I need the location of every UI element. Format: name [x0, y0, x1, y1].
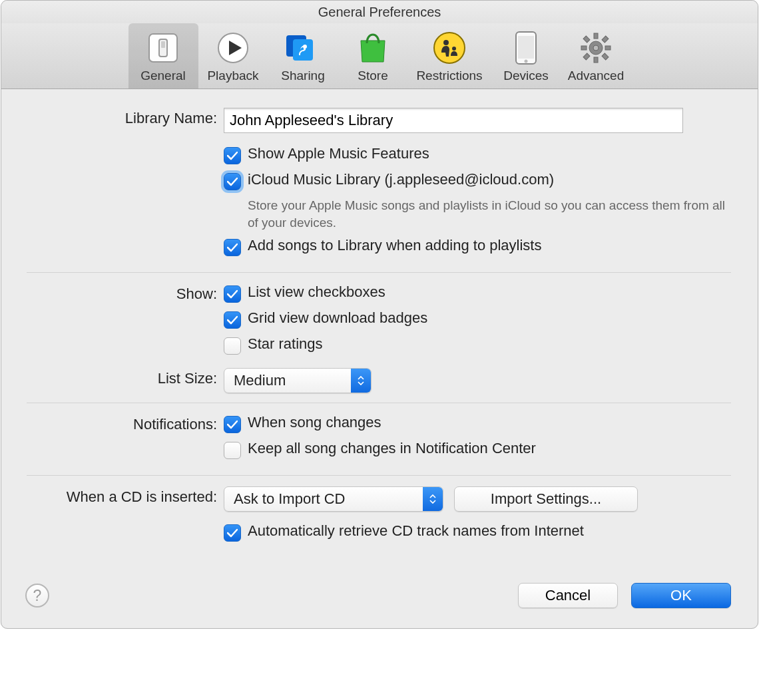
tab-label: General	[140, 69, 186, 83]
import-settings-label: Import Settings...	[491, 490, 601, 508]
svg-rect-2	[161, 41, 165, 48]
svg-rect-19	[583, 36, 590, 43]
cd-action-select[interactable]: Ask to Import CD	[224, 486, 443, 512]
svg-rect-21	[583, 53, 590, 60]
svg-point-8	[443, 40, 449, 45]
dropdown-arrows-icon	[423, 487, 443, 511]
tab-store[interactable]: Store	[338, 23, 408, 88]
devices-icon	[508, 30, 544, 66]
tab-label: Playback	[207, 69, 258, 83]
sharing-icon	[285, 30, 321, 66]
checkbox-apple-music-label: Show Apple Music Features	[248, 145, 429, 162]
playback-icon	[215, 30, 251, 66]
svg-point-9	[452, 47, 456, 51]
checkbox-keep-all[interactable]	[224, 442, 241, 459]
library-name-label: Library Name:	[27, 108, 224, 129]
cancel-button[interactable]: Cancel	[518, 583, 618, 608]
tab-label: Advanced	[568, 69, 625, 83]
checkbox-song-changes-label: When song changes	[248, 414, 381, 431]
cd-label: When a CD is inserted:	[27, 486, 224, 508]
separator	[27, 272, 731, 273]
svg-rect-20	[602, 53, 609, 60]
svg-rect-6	[293, 39, 313, 61]
content-area: Library Name: Show Apple Music Features …	[1, 89, 758, 567]
tab-sharing[interactable]: Sharing	[268, 23, 338, 88]
dropdown-arrows-icon	[351, 369, 371, 393]
restrictions-icon	[431, 30, 467, 66]
svg-rect-15	[594, 33, 598, 39]
svg-point-14	[593, 45, 599, 51]
separator	[27, 403, 731, 403]
footer: ? Cancel OK	[1, 567, 758, 628]
cancel-label: Cancel	[545, 587, 591, 604]
checkbox-auto-retrieve-label: Automatically retrieve CD track names fr…	[248, 522, 584, 540]
import-settings-button[interactable]: Import Settings...	[454, 486, 638, 512]
checkbox-list-view[interactable]	[224, 285, 241, 303]
svg-point-12	[525, 60, 528, 63]
checkbox-add-songs-label: Add songs to Library when adding to play…	[248, 237, 541, 254]
svg-rect-18	[605, 46, 611, 50]
general-icon	[145, 30, 181, 66]
separator	[27, 475, 731, 476]
checkbox-auto-retrieve[interactable]	[224, 524, 241, 542]
toolbar: General Playback Sharing	[1, 23, 758, 89]
svg-rect-22	[602, 36, 609, 43]
list-size-select[interactable]: Medium	[224, 368, 372, 393]
tab-devices[interactable]: Devices	[491, 23, 561, 88]
checkbox-apple-music[interactable]	[224, 147, 241, 164]
tab-label: Restrictions	[416, 69, 482, 83]
list-size-value: Medium	[224, 372, 351, 389]
svg-rect-11	[518, 36, 534, 59]
tab-label: Devices	[503, 69, 549, 83]
tab-general[interactable]: General	[128, 23, 198, 88]
list-size-label: List Size:	[27, 368, 224, 389]
checkbox-grid-badges-label: Grid view download badges	[248, 309, 427, 327]
window-title: General Preferences	[1, 1, 758, 23]
checkbox-keep-all-label: Keep all song changes in Notification Ce…	[248, 440, 536, 457]
checkbox-star-ratings[interactable]	[224, 337, 241, 355]
preferences-window: General Preferences General Playback	[1, 0, 758, 629]
checkbox-icloud-label: iCloud Music Library (j.appleseed@icloud…	[248, 171, 554, 188]
ok-button[interactable]: OK	[631, 583, 731, 608]
checkbox-song-changes[interactable]	[224, 416, 241, 433]
tab-label: Sharing	[281, 69, 325, 83]
help-icon: ?	[33, 587, 42, 604]
checkbox-grid-badges[interactable]	[224, 311, 241, 329]
notifications-label: Notifications:	[27, 414, 224, 435]
svg-rect-17	[581, 46, 587, 50]
help-button[interactable]: ?	[25, 584, 49, 608]
checkbox-add-songs[interactable]	[224, 239, 241, 256]
show-label: Show:	[27, 283, 224, 305]
advanced-icon	[578, 30, 614, 66]
ok-label: OK	[670, 587, 692, 604]
tab-restrictions[interactable]: Restrictions	[408, 23, 491, 88]
store-icon	[355, 30, 391, 66]
svg-rect-16	[594, 57, 598, 63]
tab-advanced[interactable]: Advanced	[561, 23, 631, 88]
tab-playback[interactable]: Playback	[198, 23, 268, 88]
icloud-help-text: Store your Apple Music songs and playlis…	[248, 197, 731, 232]
checkbox-list-view-label: List view checkboxes	[248, 283, 385, 301]
checkbox-star-ratings-label: Star ratings	[248, 335, 323, 353]
svg-point-7	[434, 33, 465, 63]
tab-label: Store	[358, 69, 387, 83]
cd-action-value: Ask to Import CD	[224, 490, 423, 508]
library-name-input[interactable]	[224, 108, 683, 133]
checkbox-icloud[interactable]	[224, 173, 241, 190]
